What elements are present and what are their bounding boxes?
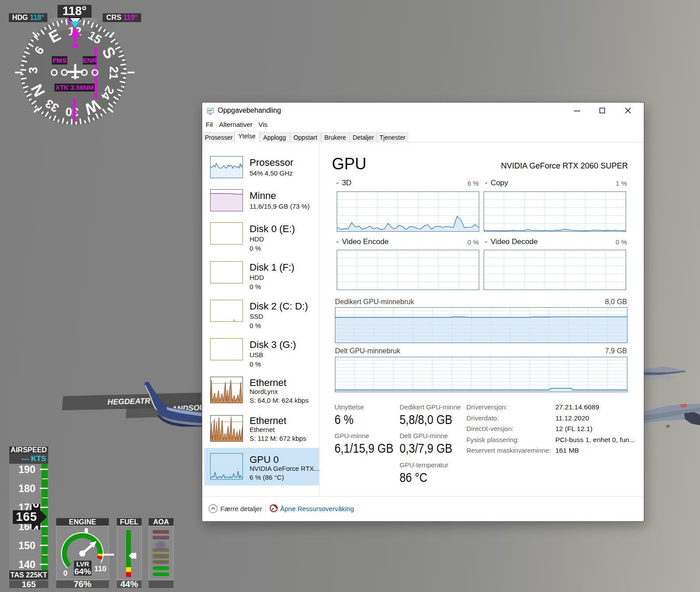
svg-text:30: 30: [65, 105, 79, 118]
svg-text:3: 3: [27, 67, 40, 74]
svg-text:HEGDEATR: HEGDEATR: [108, 396, 151, 406]
svg-text:21: 21: [107, 66, 120, 80]
